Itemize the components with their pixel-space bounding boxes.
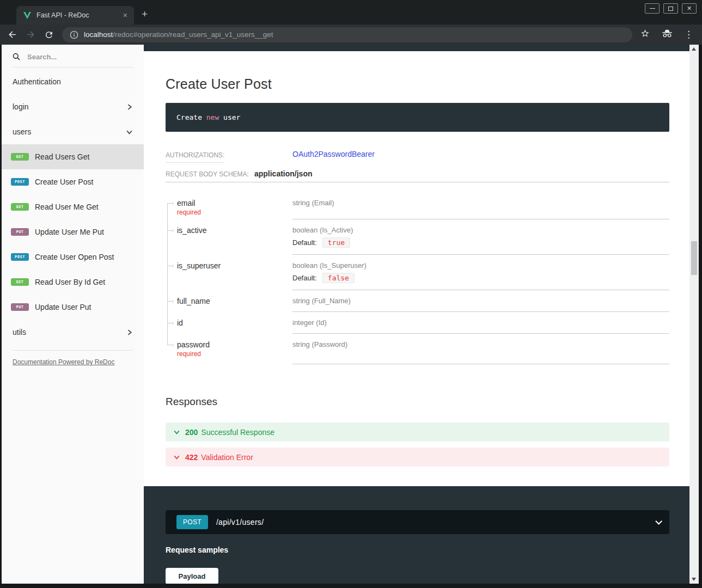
endpoint-dropdown[interactable]: POST /api/v1/users/ — [166, 510, 669, 534]
sidebar-item-update-user-put[interactable]: PUTUpdate User Put — [2, 295, 144, 320]
field-name: is_active — [177, 226, 287, 235]
schema-row-is_superuser: is_superuserboolean (Is_Superuser)Defaul… — [166, 255, 669, 290]
scrollbar[interactable] — [689, 45, 699, 584]
field-default: Default:true — [292, 237, 669, 248]
url-host: localhost — [84, 30, 113, 39]
sidebar-item-authentication[interactable]: Authentication — [2, 69, 144, 94]
browser-window: Fast API - ReDoc × + ✕ localhost/redoc#o… — [0, 0, 702, 588]
auth-scheme-link[interactable]: OAuth2PasswordBearer — [292, 150, 375, 158]
response-panel-422[interactable]: 422Validation Error — [166, 448, 669, 467]
operation-description-code: Create new user — [166, 103, 669, 132]
tree-line — [167, 255, 168, 290]
tree-connector — [167, 266, 173, 266]
close-button[interactable]: ✕ — [682, 3, 697, 14]
url-bar[interactable]: localhost/redoc#operation/read_users_api… — [62, 27, 632, 42]
sidebar-item-label: Read User Me Get — [35, 203, 99, 211]
tree-connector — [167, 301, 173, 302]
field-type: integer (Id) — [292, 318, 669, 327]
tree-line — [167, 203, 168, 219]
sidebar-nav-list: AuthenticationloginusersGETRead Users Ge… — [2, 68, 144, 345]
schema-row-id: idinteger (Id) — [166, 312, 669, 334]
default-label: Default: — [292, 274, 317, 282]
sidebar-item-read-user-by-id-get[interactable]: GETRead User By Id Get — [2, 270, 144, 295]
field-name: password — [177, 340, 287, 349]
response-label: Validation Error — [201, 453, 253, 462]
tab-close-icon[interactable]: × — [122, 11, 129, 20]
method-badge-post: POST — [11, 178, 29, 186]
bookmark-star-icon[interactable] — [640, 28, 650, 41]
sidebar-item-label: Create User Open Post — [35, 253, 114, 261]
chevron-right-icon — [126, 103, 133, 111]
maximize-button[interactable] — [663, 3, 678, 14]
redoc-sidebar: AuthenticationloginusersGETRead Users Ge… — [2, 45, 144, 584]
responses-list: 200Successful Response422Validation Erro… — [166, 422, 669, 467]
scroll-up-arrow[interactable] — [692, 47, 696, 51]
sidebar-item-create-user-open-post[interactable]: POSTCreate User Open Post — [2, 244, 144, 270]
method-badge-get: GET — [11, 153, 29, 161]
back-button[interactable] — [5, 28, 19, 41]
search-icon — [13, 53, 21, 61]
forward-button[interactable] — [24, 28, 37, 41]
operation-title: Create User Post — [166, 76, 669, 92]
response-label: Successful Response — [201, 428, 274, 437]
content-type-value: application/json — [254, 169, 313, 178]
sidebar-item-create-user-post[interactable]: POSTCreate User Post — [2, 169, 144, 194]
field-default: Default:false — [292, 273, 669, 283]
default-value-chip: false — [322, 273, 355, 283]
sidebar-item-label: users — [13, 127, 31, 136]
new-tab-button[interactable]: + — [142, 9, 148, 19]
response-code: 422 — [185, 453, 198, 462]
sidebar-item-label: utils — [13, 328, 26, 336]
field-name: id — [177, 318, 287, 327]
response-panel-200[interactable]: 200Successful Response — [166, 422, 669, 442]
scroll-down-arrow[interactable] — [692, 578, 696, 581]
request-schema-table: emailrequiredstring (Email)is_activebool… — [166, 192, 669, 364]
field-type: boolean (Is_Active) — [292, 226, 669, 234]
search-row — [2, 45, 144, 67]
authorizations-label: AUTHORIZATIONS: — [166, 151, 224, 163]
field-type: boolean (Is_Superuser) — [292, 261, 669, 270]
required-flag: required — [177, 209, 287, 216]
powered-by-redoc-link[interactable]: Documentation Powered by ReDoc — [13, 358, 114, 366]
page-info-icon[interactable] — [70, 30, 78, 39]
chevron-right-icon — [126, 329, 133, 336]
method-badge-put: PUT — [11, 303, 29, 311]
sidebar-item-label: Create User Post — [35, 177, 93, 186]
default-value-chip: true — [322, 237, 350, 248]
response-code: 200 — [185, 428, 198, 437]
browser-navbar: localhost/redoc#operation/read_users_api… — [0, 24, 702, 45]
request-samples-title: Request samples — [166, 546, 669, 554]
payload-tab[interactable]: Payload — [166, 568, 218, 584]
search-input[interactable] — [26, 52, 124, 62]
schema-row-full_name: full_namestring (Full_Name) — [166, 290, 669, 312]
request-samples-panel: POST /api/v1/users/ Request samples Payl… — [144, 486, 689, 584]
scrollbar-thumb[interactable] — [691, 241, 697, 275]
field-type: string (Email) — [292, 199, 669, 207]
sidebar-item-read-users-get[interactable]: GETRead Users Get — [2, 144, 144, 169]
method-badge-get: GET — [11, 278, 29, 286]
reload-button[interactable] — [42, 28, 56, 41]
tree-line — [167, 219, 168, 255]
sidebar-item-read-user-me-get[interactable]: GETRead User Me Get — [2, 194, 144, 219]
method-badge-post: POST — [11, 253, 29, 261]
default-label: Default: — [292, 238, 317, 247]
sidebar-item-utils[interactable]: utils — [2, 320, 144, 345]
sidebar-item-update-user-me-put[interactable]: PUTUpdate User Me Put — [2, 219, 144, 244]
chevron-down-icon — [173, 428, 180, 436]
minimize-button[interactable] — [645, 3, 660, 14]
incognito-icon — [661, 29, 673, 40]
sidebar-item-login[interactable]: login — [2, 94, 144, 119]
field-name: is_superuser — [177, 261, 287, 270]
sidebar-item-label: Update User Me Put — [35, 228, 104, 236]
browser-tab[interactable]: Fast API - ReDoc × — [16, 6, 134, 24]
previous-section-panel-edge — [144, 45, 689, 51]
method-badge-get: GET — [11, 203, 29, 211]
field-type: string (Password) — [292, 340, 669, 348]
tree-line — [167, 334, 168, 345]
sidebar-item-users[interactable]: users — [2, 119, 144, 144]
sidebar-item-label: login — [13, 102, 29, 111]
method-badge-put: PUT — [11, 228, 29, 236]
browser-menu-icon[interactable]: ⋮ — [684, 30, 693, 39]
sidebar-item-label: Read Users Get — [35, 152, 89, 161]
sidebar-item-label: Update User Put — [35, 303, 91, 311]
